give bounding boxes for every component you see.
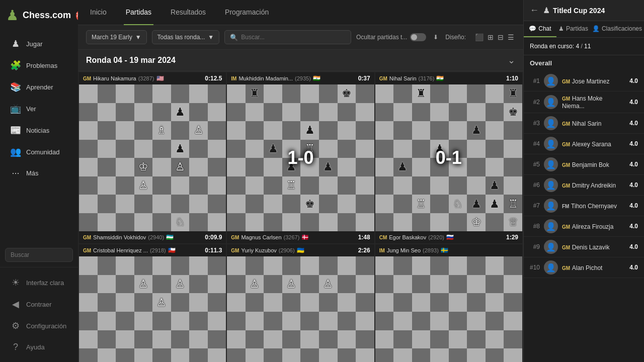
tab-partidas[interactable]: ♟ Partidas [556, 21, 590, 37]
cell-5-2 [412, 176, 431, 195]
search-input[interactable] [241, 31, 346, 44]
white-title-4: GM [231, 248, 239, 253]
cell-2-2 [264, 293, 282, 312]
nav-partidas[interactable]: Partidas [124, 0, 153, 25]
leaderboard-item-6[interactable]: #7 👤 FM Tihon Chernyaev 4.0 [524, 196, 644, 216]
design-grid-1-icon[interactable]: ⬛ [474, 32, 485, 42]
leaderboard-item-7[interactable]: #8 👤 GM Alireza Firouzja 4.0 [524, 216, 644, 237]
sidebar-search-input[interactable] [5, 248, 73, 262]
player-name-3: Alexey Sarana [572, 141, 611, 148]
player-details-0: GM Jose Martinez [562, 77, 625, 85]
sidebar-item-noticias[interactable]: 📰 Noticias [3, 120, 75, 141]
cell-7-6 [486, 213, 504, 232]
cell-6-5 [171, 195, 190, 213]
cell-7-1 [98, 213, 116, 232]
game-card-5[interactable]: IM Jung Min Seo (2893) 🇸🇪 [375, 244, 522, 362]
tab-chat[interactable]: 💬 Chat [524, 21, 556, 37]
design-grid-3-icon[interactable]: ⊟ [497, 32, 505, 42]
cell-1-0 [375, 275, 394, 294]
sidebar-item-problemas[interactable]: 🧩 Problemas [3, 55, 75, 76]
black-rating-0: (2940) [148, 234, 164, 240]
cell-4-6 [189, 158, 208, 176]
cell-6-1 [393, 195, 412, 213]
cell-0-5 [467, 256, 486, 275]
cell-6-6 [338, 195, 356, 213]
aprender-icon: 📚 [10, 81, 21, 93]
cell-5-5 [467, 176, 486, 195]
filter-round-button[interactable]: Todas las ronda... ▼ [152, 30, 220, 44]
cell-5-1 [246, 176, 264, 195]
cell-1-7 [208, 275, 226, 294]
sidebar-item-jugar[interactable]: ♟ Jugar [3, 33, 75, 54]
leaderboard-item-4[interactable]: #5 👤 GM Benjamin Bok 4.0 [524, 154, 644, 175]
cell-1-6 [189, 103, 208, 122]
player-details-2: GM Nihal Sarin [562, 120, 625, 127]
white-rating-5: (2893) [423, 247, 439, 253]
black-flag-1: 🇩🇰 [301, 234, 309, 241]
sidebar-item-contraer[interactable]: ◀ Contraer [3, 294, 75, 315]
design-list-icon[interactable]: ☰ [507, 32, 515, 42]
tab-clasificaciones[interactable]: 👤 Clasificaciones [590, 21, 644, 37]
game-card-2[interactable]: GM Nihal Sarin (3176) 🇮🇳 1:10 ♜♜♚♟♟♟♟♖♘♟… [375, 72, 522, 243]
leaderboard-item-0[interactable]: #1 👤 GM Jose Martinez 4.0 [524, 71, 644, 92]
sidebar-item-ver[interactable]: 📺 Ver [3, 98, 75, 119]
sidebar-label-contraer: Contraer [26, 301, 52, 308]
black-player-info-1: GM Magnus Carlsen (3267) 🇩🇰 [231, 234, 309, 241]
sidebar-item-configuracion[interactable]: ⚙ Configuración [3, 315, 75, 336]
cell-3-0 [79, 312, 98, 330]
cell-5-1 [98, 176, 116, 195]
cell-7-4 [449, 213, 467, 232]
sidebar-item-mas[interactable]: ··· Más [3, 163, 75, 184]
piece-5-6: ♟ [486, 176, 504, 195]
cell-4-0 [79, 330, 98, 349]
filter-date-button[interactable]: March 19 Early ▼ [86, 30, 147, 44]
player-name-0: Jose Martinez [572, 78, 610, 85]
rank-9: #10 [530, 264, 540, 271]
ayuda-icon: ? [10, 342, 21, 352]
nav-inicio[interactable]: Inicio [88, 0, 109, 25]
cell-5-6 [189, 176, 208, 195]
back-button[interactable]: ← [530, 5, 539, 16]
sidebar-item-interfaz[interactable]: ☀ Interfaz clara [3, 272, 75, 293]
cell-5-6 [338, 348, 356, 362]
score-3: 4.0 [629, 140, 638, 147]
sidebar: ♟ Chess.com 76 ♟ Jugar 🧩 Problemas 📚 Apr… [0, 0, 78, 362]
nav-resultados[interactable]: Resultados [169, 0, 208, 25]
sidebar-label-aprender: Aprender [26, 83, 53, 91]
cell-3-5 [467, 312, 486, 330]
leaderboard-item-8[interactable]: #9 👤 GM Denis Lazavik 4.0 [524, 237, 644, 257]
download-icon[interactable]: ⬇ [433, 34, 438, 41]
piece-0-2: ♜ [412, 84, 431, 103]
game-card-4[interactable]: GM Yuriy Kuzubov (2906) 🇺🇦 2:26 ♙♙♙ [227, 244, 374, 362]
player-name-2: Nihal Sarin [572, 120, 602, 127]
cell-5-6 [189, 348, 208, 362]
leaderboard-item-2[interactable]: #3 👤 GM Nihal Sarin 4.0 [524, 113, 644, 134]
score-2: 4.0 [629, 120, 638, 127]
nav-programacion[interactable]: Programación [223, 0, 271, 25]
cell-4-6 [338, 330, 356, 349]
cell-3-2 [116, 140, 134, 158]
sidebar-item-aprender[interactable]: 📚 Aprender [3, 76, 75, 98]
player-title-7: GM [562, 224, 570, 230]
cell-4-0 [79, 158, 98, 176]
game-card-0[interactable]: GM Hikaru Nakamura (3287) 🇺🇸 0:12.5 ♟♗♙♟… [79, 72, 226, 243]
leaderboard-item-1[interactable]: #2 👤 GM Hans Moke Niema... 4.0 [524, 92, 644, 113]
leaderboard-item-9[interactable]: #10 👤 GM Alan Pichot 4.0 [524, 257, 644, 278]
leaderboard-item-3[interactable]: #4 👤 GM Alexey Sarana 4.0 [524, 134, 644, 154]
leaderboard-item-5[interactable]: #6 👤 GM Dmitry Andreikin 4.0 [524, 175, 644, 196]
collapse-button[interactable]: ⌄ [508, 55, 515, 66]
white-title-2: GM [379, 76, 387, 81]
cell-7-2 [116, 213, 134, 232]
cell-3-7 [208, 140, 226, 158]
cell-3-2 [412, 140, 431, 158]
design-grid-2-icon[interactable]: ⊞ [487, 32, 495, 42]
sidebar-item-comunidad[interactable]: 👥 Comunidad [3, 141, 75, 162]
cell-3-6 [338, 312, 356, 330]
cell-2-7 [504, 121, 522, 140]
cell-5-0 [375, 176, 394, 195]
sidebar-item-ayuda[interactable]: ? Ayuda [3, 337, 75, 357]
hide-games-toggle[interactable] [410, 33, 426, 41]
game-card-1[interactable]: IM Mukhiddin Madamin... (2935) 🇮🇳 0:37 ♜… [227, 72, 374, 243]
cell-7-1 [393, 213, 412, 232]
game-card-3[interactable]: GM Cristobal Henriquez ... (2918) 🇨🇱 0:1… [79, 244, 226, 362]
